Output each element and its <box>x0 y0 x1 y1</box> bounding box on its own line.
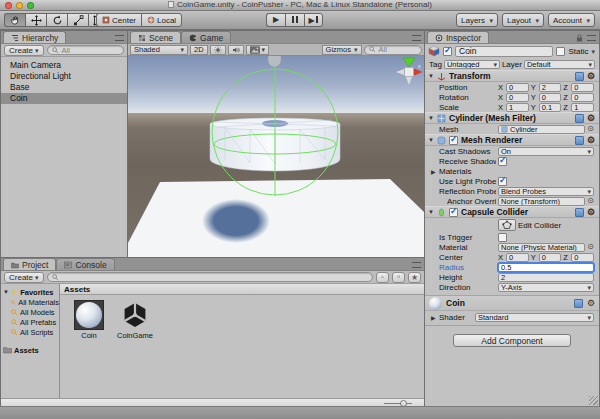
search-by-type-button[interactable] <box>376 272 389 283</box>
layer-dropdown[interactable]: Default▾ <box>524 60 595 69</box>
hierarchy-item-main-camera[interactable]: Main Camera <box>1 60 127 71</box>
rotation-x-field[interactable]: 0 <box>506 93 529 102</box>
tab-hierarchy[interactable]: Hierarchy <box>3 31 66 43</box>
mesh-filter-header[interactable]: ▼ Cylinder (Mesh Filter) ⚙ <box>425 112 599 124</box>
center-z-field[interactable]: 0 <box>571 253 594 262</box>
add-component-button[interactable]: Add Component <box>453 334 571 347</box>
tab-scene[interactable]: Scene <box>130 31 181 43</box>
material-header[interactable]: Coin ⚙ <box>425 295 599 311</box>
help-book-icon[interactable] <box>575 114 584 123</box>
scale-z-field[interactable]: 1 <box>571 103 594 112</box>
gameobject-name-field[interactable]: Coin <box>455 46 553 57</box>
search-by-label-button[interactable] <box>392 272 405 283</box>
scene-viewport[interactable]: x <box>128 56 424 257</box>
favorites-all-prefabs[interactable]: All Prefabs <box>1 317 59 327</box>
audio-toggle-button[interactable] <box>228 45 244 55</box>
gizmos-dropdown[interactable]: Gizmos▾ <box>322 45 362 55</box>
hierarchy-search-input[interactable]: All <box>47 45 124 55</box>
hierarchy-item-coin[interactable]: Coin <box>1 93 127 104</box>
tag-dropdown[interactable]: Untagged▾ <box>444 60 500 69</box>
rotation-z-field[interactable]: 0 <box>571 93 594 102</box>
minimize-button[interactable] <box>16 2 23 9</box>
layout-dropdown[interactable]: Layout▾ <box>502 13 544 27</box>
hierarchy-item-directional-light[interactable]: Directional Light <box>1 71 127 82</box>
cast-shadows-dropdown[interactable]: On▾ <box>498 147 594 156</box>
account-dropdown[interactable]: Account▾ <box>548 13 595 27</box>
position-x-field[interactable]: 0 <box>506 83 529 92</box>
scene-search-input[interactable]: All <box>364 45 422 55</box>
panel-menu-icon[interactable] <box>412 35 421 41</box>
tab-game[interactable]: Game <box>181 31 231 43</box>
center-x-field[interactable]: 0 <box>506 253 529 262</box>
tab-inspector[interactable]: Inspector <box>427 31 489 43</box>
asset-coin-material[interactable]: Coin <box>70 300 108 340</box>
gear-icon[interactable]: ⚙ <box>587 299 595 308</box>
gear-icon[interactable]: ⚙ <box>587 208 595 217</box>
project-create-button[interactable]: Create▾ <box>4 272 44 283</box>
active-checkbox[interactable]: ✓ <box>443 47 452 56</box>
capsule-collider-header[interactable]: ▼ ✓ Capsule Collider ⚙ <box>425 206 599 218</box>
tab-project[interactable]: Project <box>3 258 56 270</box>
help-book-icon[interactable] <box>575 208 584 217</box>
gear-icon[interactable]: ⚙ <box>587 72 595 81</box>
static-checkbox[interactable] <box>556 47 565 56</box>
gear-icon[interactable]: ⚙ <box>587 136 595 145</box>
object-picker-icon[interactable]: ⊙ <box>587 197 594 205</box>
receive-shadows-checkbox[interactable]: ✓ <box>498 157 507 166</box>
object-picker-icon[interactable]: ⊙ <box>587 125 594 133</box>
direction-dropdown[interactable]: Y-Axis▾ <box>498 283 594 292</box>
favorites-root[interactable]: ▼ ★ Favorites <box>1 287 59 297</box>
is-trigger-checkbox[interactable] <box>498 233 507 242</box>
rotation-y-field[interactable]: 0 <box>539 93 562 102</box>
project-search-input[interactable] <box>47 272 373 282</box>
height-field[interactable]: 2 <box>498 273 594 282</box>
center-y-field[interactable]: 0 <box>539 253 562 262</box>
help-book-icon[interactable] <box>574 299 583 308</box>
thumbnail-size-slider[interactable] <box>384 403 412 404</box>
layers-dropdown[interactable]: Layers▾ <box>456 13 498 27</box>
maximize-button[interactable] <box>27 2 34 9</box>
hand-tool-button[interactable] <box>4 13 25 27</box>
lock-icon[interactable] <box>576 34 583 42</box>
favorites-all-scripts[interactable]: All Scripts <box>1 327 59 337</box>
use-light-probes-checkbox[interactable]: ✓ <box>498 177 507 186</box>
anchor-override-field[interactable]: None (Transform) <box>498 197 585 206</box>
tab-console[interactable]: Console <box>56 258 114 270</box>
position-y-field[interactable]: 2 <box>539 83 562 92</box>
radius-field[interactable]: 0.5 <box>498 263 594 272</box>
physic-material-field[interactable]: None (Physic Material) <box>498 243 585 252</box>
static-dropdown-arrow[interactable]: ▾ <box>591 48 595 55</box>
2d-toggle-button[interactable]: 2D <box>190 45 208 55</box>
rotation-mode-button[interactable]: Local <box>141 13 182 27</box>
effects-dropdown[interactable]: ▾ <box>246 45 270 55</box>
resize-grip[interactable] <box>589 396 598 405</box>
object-picker-icon[interactable]: ⊙ <box>587 243 594 251</box>
shader-dropdown[interactable]: Standard▾ <box>475 313 594 322</box>
shading-mode-dropdown[interactable]: Shaded▾ <box>130 45 188 55</box>
transform-header[interactable]: ▼ Transform ⚙ <box>425 70 599 82</box>
favorites-all-models[interactable]: All Models <box>1 307 59 317</box>
pivot-mode-button[interactable]: Center <box>96 13 141 27</box>
move-tool-button[interactable] <box>25 13 46 27</box>
foldout-icon[interactable]: ▶ <box>431 314 437 321</box>
scale-y-field[interactable]: 0.1 <box>539 103 562 112</box>
hierarchy-create-button[interactable]: Create▾ <box>4 45 44 56</box>
play-button[interactable]: ▶ <box>266 13 285 27</box>
help-book-icon[interactable] <box>575 72 584 81</box>
mesh-object-field[interactable]: Cylinder <box>498 125 585 134</box>
lighting-toggle-button[interactable] <box>210 45 226 55</box>
favorite-search-button[interactable]: ★ <box>408 272 421 283</box>
panel-menu-icon[interactable] <box>412 262 421 268</box>
edit-collider-button[interactable] <box>498 219 516 231</box>
capsule-collider-enabled-checkbox[interactable]: ✓ <box>449 208 458 217</box>
materials-foldout-row[interactable]: ▶ Materials <box>425 166 599 176</box>
mesh-renderer-header[interactable]: ▼ ✓ Mesh Renderer ⚙ <box>425 134 599 146</box>
gear-icon[interactable]: ⚙ <box>587 114 595 123</box>
asset-coingame-scene[interactable]: CoinGame <box>116 300 154 340</box>
panel-menu-icon[interactable] <box>115 35 124 41</box>
favorites-all-materials[interactable]: All Materials <box>1 297 59 307</box>
assets-root-folder[interactable]: Assets <box>1 345 59 355</box>
reflection-probes-dropdown[interactable]: Blend Probes▾ <box>498 187 594 196</box>
mesh-renderer-enabled-checkbox[interactable]: ✓ <box>449 136 458 145</box>
hierarchy-item-base[interactable]: Base <box>1 82 127 93</box>
